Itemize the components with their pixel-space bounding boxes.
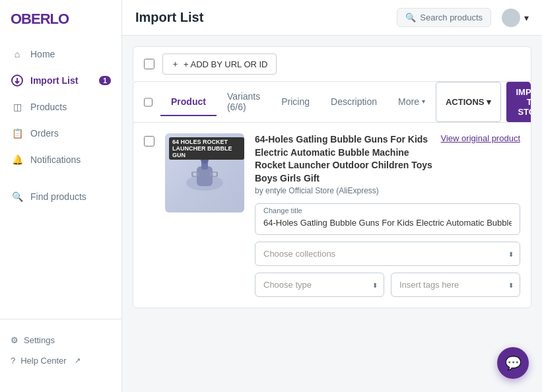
tab-description-label: Description: [331, 96, 377, 107]
type-tags-row: Choose type ⬍ Insert tags here ⬍: [255, 273, 520, 297]
svg-point-7: [193, 172, 197, 176]
sidebar-item-notifications[interactable]: 🔔 Notifications: [0, 147, 121, 173]
tab-product-label: Product: [171, 96, 206, 107]
sidebar-item-home[interactable]: ⌂ Home: [0, 41, 121, 67]
settings-label: Settings: [24, 335, 55, 345]
import-label: IMPORT TO STORE: [516, 87, 531, 117]
actions-chevron-icon: ▾: [487, 97, 491, 107]
change-title-section: Change title: [255, 203, 520, 235]
tab-pricing[interactable]: Pricing: [271, 88, 320, 116]
chat-icon: 💬: [505, 355, 522, 371]
account-menu[interactable]: ▾: [502, 9, 529, 27]
products-icon: ◫: [11, 100, 24, 114]
sidebar-item-find-products[interactable]: 🔍 Find products: [0, 183, 121, 210]
orders-icon: 📋: [11, 127, 24, 140]
home-icon: ⌂: [11, 48, 24, 61]
logo: OBERLO: [0, 11, 121, 41]
product-image: 64 HOLES ROCKET LAUNCHER BUBBLE GUN: [165, 133, 244, 212]
product-row-checkbox[interactable]: [144, 136, 154, 147]
avatar: [502, 9, 520, 27]
product-title: 64-Holes Gatling Bubble Guns For Kids El…: [255, 133, 436, 185]
settings-item[interactable]: ⚙ Settings: [11, 330, 111, 350]
change-title-group: Change title: [255, 203, 520, 235]
sidebar-item-label-notifications: Notifications: [30, 154, 81, 165]
page-title: Import List: [135, 10, 386, 25]
sidebar-item-label-find-products: Find products: [30, 191, 86, 202]
more-chevron-icon: ▾: [422, 98, 425, 105]
import-to-store-button[interactable]: IMPORT TO STORE: [506, 82, 531, 122]
content-area: ＋ + ADD BY URL OR ID Product Variants (6…: [122, 36, 542, 392]
type-select[interactable]: Choose type: [255, 273, 384, 297]
actions-label: ACTIONS: [446, 97, 485, 107]
change-title-input[interactable]: [263, 218, 512, 228]
settings-icon: ⚙: [11, 335, 18, 345]
search-bar[interactable]: 🔍 Search products: [397, 8, 491, 27]
tags-wrapper: Insert tags here ⬍: [391, 273, 520, 297]
help-icon: ?: [11, 356, 15, 366]
product-title-row: 64-Holes Gatling Bubble Guns For Kids El…: [255, 133, 520, 195]
product-select-checkbox[interactable]: [144, 97, 152, 108]
tab-description[interactable]: Description: [320, 88, 388, 116]
tab-variants-label: Variants (6/6): [227, 91, 260, 112]
product-image-label: 64 HOLES ROCKET LAUNCHER BUBBLE GUN: [169, 137, 244, 160]
sidebar-item-label-home: Home: [30, 49, 55, 59]
sidebar-nav: ⌂ Home Import List 1 ◫ Products: [0, 41, 121, 319]
tabs-actions: ACTIONS ▾ IMPORT TO STORE: [436, 82, 531, 122]
view-original-link[interactable]: View original product: [441, 133, 520, 143]
product-row: 64 HOLES ROCKET LAUNCHER BUBBLE GUN: [133, 123, 531, 308]
main-content: Import List 🔍 Search products ▾ ＋ + ADD …: [122, 0, 542, 392]
collections-select[interactable]: Choose collections: [255, 242, 520, 266]
notifications-icon: 🔔: [11, 153, 24, 166]
sidebar-bottom: ⚙ Settings ? Help Center ↗: [0, 319, 121, 381]
product-info: 64-Holes Gatling Bubble Guns For Kids El…: [255, 133, 520, 297]
tab-variants[interactable]: Variants (6/6): [217, 83, 271, 121]
external-link-icon: ↗: [75, 356, 81, 365]
find-products-icon: 🔍: [11, 190, 24, 203]
sidebar-item-products[interactable]: ◫ Products: [0, 94, 121, 120]
sidebar-item-label-import-list: Import List: [30, 75, 78, 86]
chat-button[interactable]: 💬: [497, 347, 529, 379]
sidebar-item-label-orders: Orders: [30, 128, 59, 139]
help-center-item[interactable]: ? Help Center ↗: [11, 350, 111, 371]
add-url-button[interactable]: ＋ + ADD BY URL OR ID: [162, 53, 277, 75]
page-header: Import List 🔍 Search products ▾: [122, 0, 542, 36]
svg-point-8: [213, 172, 217, 176]
sidebar-item-label-products: Products: [30, 102, 67, 112]
tab-pricing-label: Pricing: [281, 96, 310, 107]
sidebar-item-import-list[interactable]: Import List 1: [0, 67, 121, 94]
type-wrapper: Choose type ⬍: [255, 273, 384, 297]
import-list-badge: 1: [99, 76, 111, 85]
actions-button[interactable]: ACTIONS ▾: [436, 82, 502, 122]
plus-icon: ＋: [171, 58, 180, 70]
collections-wrapper: Choose collections ⬍: [255, 242, 520, 266]
change-title-legend: Change title: [263, 207, 512, 214]
tab-more-label: More: [398, 96, 419, 107]
sidebar: OBERLO ⌂ Home Import List 1 ◫: [0, 0, 122, 392]
import-list-icon: [11, 74, 24, 87]
account-chevron-icon: ▾: [524, 13, 529, 23]
search-placeholder: Search products: [420, 13, 483, 22]
sidebar-item-orders[interactable]: 📋 Orders: [0, 120, 121, 147]
content-topbar: ＋ + ADD BY URL OR ID: [133, 46, 531, 81]
help-center-label: Help Center: [20, 356, 66, 366]
tabs-bar: Product Variants (6/6) Pricing Descripti…: [133, 82, 531, 123]
tab-product[interactable]: Product: [160, 88, 217, 116]
tags-select[interactable]: Insert tags here: [391, 273, 520, 297]
logo-text: OBERLO: [11, 11, 69, 27]
add-url-label: + ADD BY URL OR ID: [184, 59, 268, 69]
search-icon: 🔍: [405, 13, 416, 22]
tab-more[interactable]: More ▾: [388, 88, 436, 116]
product-card-container: Product Variants (6/6) Pricing Descripti…: [133, 81, 531, 308]
select-all-checkbox[interactable]: [144, 59, 154, 69]
product-source: by entyle Official Store (AliExpress): [255, 186, 436, 195]
